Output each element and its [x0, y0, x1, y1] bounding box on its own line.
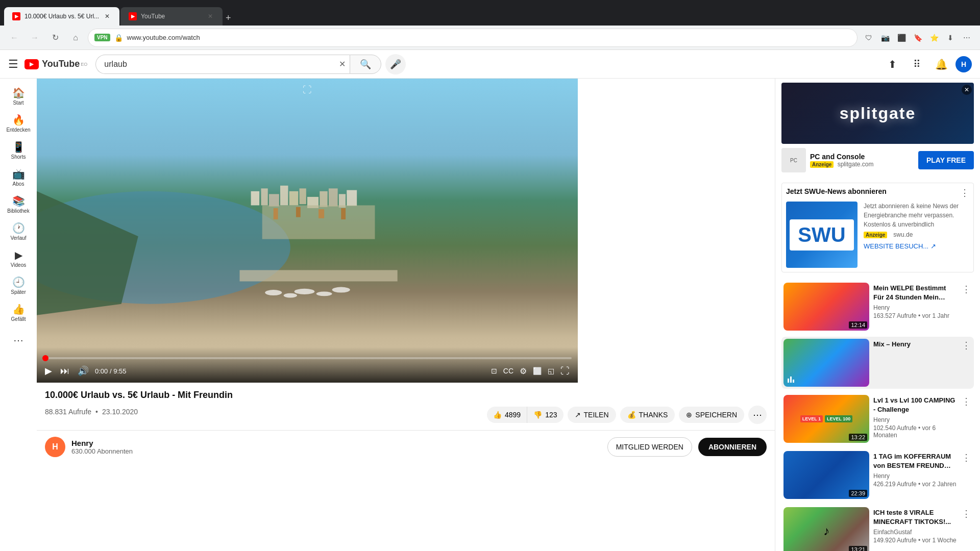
rec-views-koffer: 426.219 Aufrufe • vor 2 Jahren: [873, 481, 957, 488]
explore-icon: 🔥: [12, 114, 25, 126]
extension-btn-3[interactable]: ⬛: [894, 31, 909, 45]
extension-btn-2[interactable]: 📷: [878, 31, 892, 45]
svg-point-21: [284, 293, 298, 298]
menu-button[interactable]: ☰: [8, 58, 18, 71]
rec-item-minecraft[interactable]: ♪ 13:21 ICH teste 8 VIRALE MINECRAFT TIK…: [781, 505, 974, 551]
progress-bar[interactable]: [43, 357, 572, 359]
lvl100-badge: LEVEL 100: [825, 415, 852, 422]
next-button[interactable]: ⏭: [58, 364, 71, 379]
voice-search-button[interactable]: 🎤: [385, 54, 406, 74]
svg-rect-4: [261, 188, 267, 205]
rec-thumb-koffer: 22:39: [783, 451, 869, 499]
sidebar-item-liked[interactable]: 👍 Gefällt: [1, 299, 36, 326]
channel-name[interactable]: Henry: [71, 439, 601, 447]
subtitles-btn[interactable]: CC: [501, 365, 516, 377]
sidebar-item-subscriptions[interactable]: 📺 Abos: [1, 164, 36, 191]
tab-close-1[interactable]: ✕: [103, 12, 111, 20]
bar-3: [793, 380, 794, 383]
ad-swu-description: Jetzt abonnieren & keine News der Energi…: [864, 202, 969, 229]
sidebar-item-watchlater[interactable]: 🕘 Später: [1, 272, 36, 299]
progress-dot: [42, 355, 48, 361]
svg-rect-6: [280, 186, 288, 206]
rec-more-mix[interactable]: ⋮: [961, 339, 972, 352]
video-container: ⛶ ▶ ⏭: [37, 79, 578, 383]
pip-btn[interactable]: ◱: [546, 365, 556, 377]
thanks-button[interactable]: 💰 THANKS: [620, 407, 675, 423]
ad-url-1[interactable]: splitgate.com: [838, 161, 874, 168]
rec-item-koffer[interactable]: 22:39 1 TAG im KOFFERRAUM von BESTEM FRE…: [781, 449, 974, 501]
share-button[interactable]: ↗ TEILEN: [568, 407, 616, 423]
ad-swu-footer: Anzeige swu.de: [864, 231, 969, 238]
apps-button[interactable]: ⠿: [906, 54, 927, 74]
ad-swu-title: Jetzt SWUe-News abonnieren: [786, 187, 887, 195]
settings-btn[interactable]: ⚙: [518, 364, 529, 378]
total-time: 9:55: [113, 367, 126, 375]
sidebar-item-home[interactable]: 🏠 Start: [1, 83, 36, 110]
rec-title-welpe: Mein WELPE Bestimmt Für 24 Stunden Mein …: [873, 284, 957, 302]
more-actions-button[interactable]: ⋯: [748, 406, 767, 424]
extension-btn-4[interactable]: 🔖: [911, 31, 925, 45]
extension-btn-5[interactable]: ⭐: [927, 31, 941, 45]
sidebar-item-videos[interactable]: ▶ Videos: [1, 245, 36, 272]
extension-btn-6[interactable]: ⬇: [943, 31, 958, 45]
back-button[interactable]: ←: [6, 30, 22, 46]
home-button[interactable]: ⌂: [67, 30, 84, 46]
theater-mode-btn[interactable]: ⬜: [531, 365, 544, 377]
search-clear-button[interactable]: ✕: [335, 55, 350, 74]
sidebar-item-library[interactable]: 📚 Bibliothek: [1, 191, 36, 218]
video-player[interactable]: ⛶ ▶ ⏭: [37, 79, 578, 383]
play-free-button[interactable]: PLAY FREE: [918, 151, 974, 169]
active-tab[interactable]: ▶ 10.000€ Urlaub vs. 5€ Url... ✕: [4, 7, 119, 26]
search-submit-button[interactable]: 🔍: [350, 55, 381, 74]
rec-item-welpe[interactable]: 12:14 Mein WELPE Bestimmt Für 24 Stunden…: [781, 281, 974, 333]
forward-button[interactable]: →: [27, 30, 43, 46]
user-avatar[interactable]: H: [955, 56, 972, 72]
play-button[interactable]: ▶: [43, 363, 54, 379]
video-title: 10.000€ Urlaub vs. 5€ Urlaub - Mit Freun…: [45, 389, 767, 402]
youtube-logo[interactable]: YouTube EO: [24, 59, 87, 69]
vpn-badge: VPN: [94, 34, 110, 41]
rec-duration-welpe: 12:14: [849, 321, 867, 329]
like-button[interactable]: 👍 4899: [487, 407, 527, 423]
sidebar-item-shorts[interactable]: 📱 Shorts: [1, 137, 36, 164]
upload-button[interactable]: ⬆: [882, 54, 902, 74]
miniplayer-btn[interactable]: ⊡: [489, 365, 499, 377]
volume-button[interactable]: 🔊: [76, 363, 91, 379]
rec-views-minecraft: 149.920 Aufrufe • vor 1 Woche: [873, 537, 957, 544]
channel-avatar[interactable]: H: [45, 437, 65, 457]
video-meta-row: 88.831 Aufrufe • 23.10.2020: [45, 408, 138, 416]
save-button[interactable]: ⊕ SPEICHERN: [679, 407, 744, 423]
scene-overlay: [37, 79, 578, 383]
ad-swu-more-button[interactable]: ⋮: [960, 187, 969, 198]
reload-button[interactable]: ↻: [47, 30, 63, 46]
notifications-button[interactable]: 🔔: [931, 54, 951, 74]
video-section: ⛶ ▶ ⏭: [37, 79, 775, 551]
rec-more-welpe[interactable]: ⋮: [961, 283, 972, 296]
sidebar-item-more[interactable]: ⋯: [1, 330, 36, 350]
history-icon: 🕐: [12, 222, 25, 234]
rec-more-minecraft[interactable]: ⋮: [961, 507, 972, 520]
rec-more-koffer[interactable]: ⋮: [961, 451, 972, 464]
rec-more-lvl[interactable]: ⋮: [961, 395, 972, 408]
search-input[interactable]: [95, 55, 335, 74]
tab-close-2[interactable]: ✕: [206, 12, 214, 20]
dislike-button[interactable]: 👎 123: [527, 407, 563, 423]
address-bar[interactable]: VPN 🔒 www.youtube.com/watch: [88, 29, 857, 47]
rec-item-mix[interactable]: Mix – Henry ⋮: [781, 337, 974, 389]
lock-icon: 🔒: [114, 34, 123, 42]
ad-close-button[interactable]: ✕: [962, 85, 972, 95]
subscribe-button[interactable]: ABONNIEREN: [698, 438, 767, 456]
rec-info-lvl: Lvl 1 vs Lvl 100 CAMPING - Challenge Hen…: [873, 395, 957, 443]
browser-menu-btn[interactable]: ⋯: [960, 31, 974, 45]
member-button[interactable]: MITGLIED WERDEN: [607, 437, 692, 457]
new-tab-button[interactable]: +: [224, 11, 233, 26]
sidebar-item-history[interactable]: 🕐 Verlauf: [1, 218, 36, 245]
fullscreen-btn[interactable]: ⛶: [558, 364, 572, 379]
inactive-tab[interactable]: ▶ YouTube ✕: [120, 7, 223, 26]
rec-duration-koffer: 22:39: [849, 490, 867, 497]
rec-item-lvl[interactable]: LEVEL 1 LEVEL 100 13:22 Lvl 1 vs Lvl 100…: [781, 393, 974, 445]
extension-btn-1[interactable]: 🛡: [862, 31, 876, 45]
mini-sidebar: 🏠 Start 🔥 Entdecken 📱 Shorts 📺 Abos 📚 Bi…: [0, 79, 37, 551]
website-visit-link[interactable]: WEBSITE BESUCH... ↗: [864, 242, 969, 250]
sidebar-item-explore[interactable]: 🔥 Entdecken: [1, 110, 36, 137]
